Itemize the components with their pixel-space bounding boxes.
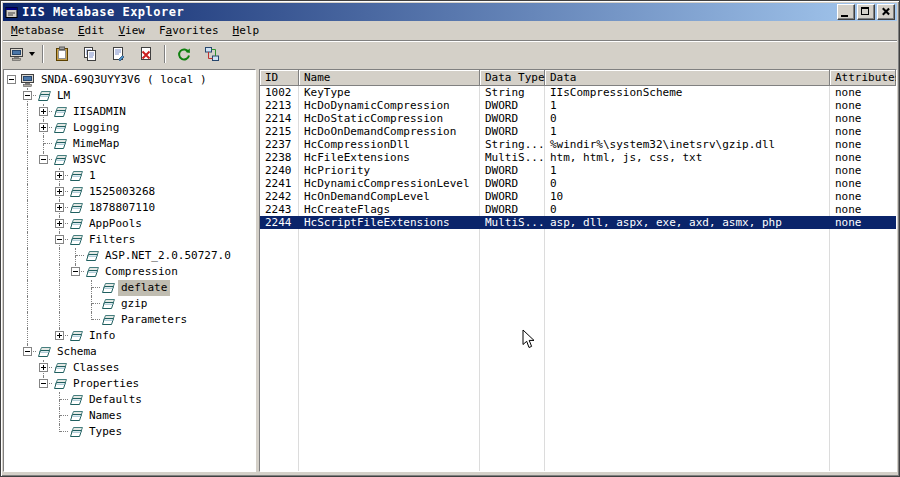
toolbar-separator xyxy=(164,45,166,63)
tree-node-types[interactable]: Types xyxy=(4,424,255,440)
tree-node-names[interactable]: Names xyxy=(4,408,255,424)
connect-button[interactable] xyxy=(6,42,38,66)
collapse-minus-box[interactable] xyxy=(23,347,32,356)
tree-node-mimemap[interactable]: MimeMap xyxy=(4,136,255,152)
metabase-key-icon xyxy=(68,328,84,344)
metabase-key-icon xyxy=(68,232,84,248)
metabase-key-icon xyxy=(68,424,84,440)
tree-node-compression[interactable]: Compression xyxy=(4,264,255,280)
tree-node-1525003268[interactable]: 1525003268 xyxy=(4,184,255,200)
column-header-data[interactable]: Data xyxy=(545,70,830,86)
metabase-key-icon xyxy=(100,296,116,312)
collapse-minus-box[interactable] xyxy=(71,267,80,276)
copy-button[interactable] xyxy=(76,42,104,66)
computer-icon xyxy=(9,46,25,62)
expand-plus-box[interactable] xyxy=(55,219,64,228)
tree-node-apppools[interactable]: AppPools xyxy=(4,216,255,232)
list-cell: 2241 xyxy=(260,177,299,190)
delete-button[interactable] xyxy=(132,42,160,66)
column-header-attributes[interactable]: Attributes xyxy=(830,70,896,86)
expand-plus-box[interactable] xyxy=(55,187,64,196)
tree-node-iisadmin[interactable]: IISADMIN xyxy=(4,104,255,120)
list-cell: %windir%\system32\inetsrv\gzip.dll xyxy=(545,138,830,151)
menu-edit[interactable]: Edit xyxy=(71,22,112,40)
list-row-2244[interactable]: 2244HcScriptFileExtensionsMultiS...asp, … xyxy=(260,216,896,229)
tree-node-lm[interactable]: LM xyxy=(4,88,255,104)
column-header-id[interactable]: ID xyxy=(260,70,299,86)
list-row-2243[interactable]: 2243HcCreateFlagsDWORD0none xyxy=(260,203,896,216)
tree-node-1[interactable]: 1 xyxy=(4,168,255,184)
metabase-key-icon xyxy=(36,344,52,360)
list-row-2213[interactable]: 2213HcDoDynamicCompressionDWORD1none xyxy=(260,99,896,112)
title-bar[interactable]: IIS Metabase Explorer xyxy=(3,3,897,21)
maximize-icon xyxy=(861,7,869,15)
metabase-key-icon xyxy=(68,216,84,232)
refresh-button[interactable] xyxy=(170,42,198,66)
tree-node-label: Schema xyxy=(54,344,100,360)
tree-node-asp-net-2-0-50727-0[interactable]: ASP.NET_2.0.50727.0 xyxy=(4,248,255,264)
network-button[interactable] xyxy=(198,42,226,66)
paste-button[interactable] xyxy=(48,42,76,66)
list-cell: none xyxy=(830,151,896,164)
list-cell: 2237 xyxy=(260,138,299,151)
list-row-2214[interactable]: 2214HcDoStaticCompressionDWORD0none xyxy=(260,112,896,125)
expand-plus-box[interactable] xyxy=(55,331,64,340)
expand-plus-box[interactable] xyxy=(39,123,48,132)
collapse-minus-box[interactable] xyxy=(55,235,64,244)
expand-plus-box[interactable] xyxy=(55,203,64,212)
metabase-key-icon xyxy=(84,248,100,264)
expand-plus-box[interactable] xyxy=(39,363,48,372)
list-row-2237[interactable]: 2237HcCompressionDllString...%windir%\sy… xyxy=(260,138,896,151)
tree-node-w3svc[interactable]: W3SVC xyxy=(4,152,255,168)
list-row-1002[interactable]: 1002KeyTypeStringIIsCompressionSchemenon… xyxy=(260,86,896,99)
tree-node-logging[interactable]: Logging xyxy=(4,120,255,136)
tree-node-deflate[interactable]: deflate xyxy=(4,280,255,296)
list-cell: none xyxy=(830,86,896,99)
minimize-icon xyxy=(841,15,848,17)
tree-node-1878807110[interactable]: 1878807110 xyxy=(4,200,255,216)
menu-metabase[interactable]: Metabase xyxy=(4,22,71,40)
minimize-button[interactable] xyxy=(837,4,855,20)
tree-node-classes[interactable]: Classes xyxy=(4,360,255,376)
tree-node-snda-69q3uyy3v6-local[interactable]: SNDA-69Q3UYY3V6 ( local ) xyxy=(4,72,255,88)
list-cell: DWORD xyxy=(480,164,545,177)
toolbar xyxy=(3,40,897,67)
menu-view[interactable]: View xyxy=(111,22,152,40)
window-title: IIS Metabase Explorer xyxy=(22,5,835,19)
metabase-key-icon xyxy=(36,88,52,104)
list-row-2215[interactable]: 2215HcDoOnDemandCompressionDWORD1none xyxy=(260,125,896,138)
metabase-key-icon xyxy=(52,376,68,392)
collapse-minus-box[interactable] xyxy=(7,75,16,84)
list-row-2241[interactable]: 2241HcDynamicCompressionLevelDWORD0none xyxy=(260,177,896,190)
list-row-2242[interactable]: 2242HcOnDemandCompLevelDWORD10none xyxy=(260,190,896,203)
column-header-name[interactable]: Name xyxy=(299,70,480,86)
close-button[interactable] xyxy=(877,4,895,20)
expand-plus-box[interactable] xyxy=(55,171,64,180)
column-header-data-type[interactable]: Data Type xyxy=(480,70,545,86)
tree-node-label: Properties xyxy=(70,376,142,392)
list-cell: 0 xyxy=(545,177,830,190)
collapse-minus-box[interactable] xyxy=(23,91,32,100)
list-cell: 2242 xyxy=(260,190,299,203)
list-cell: DWORD xyxy=(480,125,545,138)
tree-node-defaults[interactable]: Defaults xyxy=(4,392,255,408)
list-cell: none xyxy=(830,216,896,229)
tree-node-schema[interactable]: Schema xyxy=(4,344,255,360)
tree-node-info[interactable]: Info xyxy=(4,328,255,344)
tree-node-properties[interactable]: Properties xyxy=(4,376,255,392)
collapse-minus-box[interactable] xyxy=(39,379,48,388)
list-row-2240[interactable]: 2240HcPriorityDWORD1none xyxy=(260,164,896,177)
delete-icon xyxy=(138,46,154,62)
tree-node-parameters[interactable]: Parameters xyxy=(4,312,255,328)
tree-node-label: Classes xyxy=(70,360,122,376)
tree-node-gzip[interactable]: gzip xyxy=(4,296,255,312)
menu-help[interactable]: Help xyxy=(226,22,267,40)
menu-favorites[interactable]: Favorites xyxy=(152,22,226,40)
expand-plus-box[interactable] xyxy=(39,107,48,116)
list-row-2238[interactable]: 2238HcFileExtensionsMultiS...htm, html, … xyxy=(260,151,896,164)
tree-node-filters[interactable]: Filters xyxy=(4,232,255,248)
edit-record-button[interactable] xyxy=(104,42,132,66)
maximize-button[interactable] xyxy=(857,4,875,20)
tree-node-label: Compression xyxy=(102,264,181,280)
collapse-minus-box[interactable] xyxy=(39,155,48,164)
